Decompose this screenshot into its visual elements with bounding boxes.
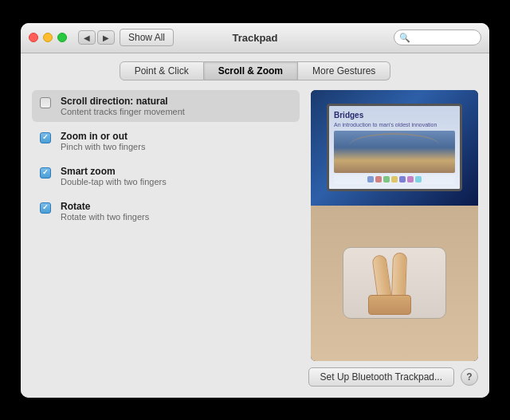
smart-zoom-desc: Double-tap with two fingers bbox=[61, 177, 167, 186]
finger-2 bbox=[391, 253, 407, 301]
dock-icon-7 bbox=[415, 176, 422, 183]
smart-zoom-checkbox[interactable] bbox=[40, 167, 51, 179]
rotate-checkbox-wrap[interactable] bbox=[40, 202, 53, 215]
rotate-title: Rotate bbox=[61, 201, 149, 212]
finger-1 bbox=[371, 254, 391, 300]
nav-arrows: ◀ ▶ bbox=[78, 30, 115, 45]
slide-subtitle: An introduction to man's oldest innovati… bbox=[334, 122, 455, 128]
search-icon: 🔍 bbox=[399, 33, 410, 43]
zoom-text: Zoom in or out Pinch with two fingers bbox=[61, 131, 145, 151]
dock-icon-1 bbox=[367, 176, 374, 183]
options-panel: Scroll direction: natural Content tracks… bbox=[32, 90, 300, 361]
help-button[interactable]: ? bbox=[461, 368, 478, 386]
titlebar: ◀ ▶ Show All Trackpad 🔍 bbox=[21, 23, 489, 53]
zoom-checkbox-wrap[interactable] bbox=[40, 132, 53, 145]
dock-simulation bbox=[334, 175, 455, 184]
tab-point-click[interactable]: Point & Click bbox=[120, 61, 204, 80]
bottom-bar: Set Up Bluetooth Trackpad... ? bbox=[32, 361, 478, 387]
window: ◀ ▶ Show All Trackpad 🔍 Point & Click Sc… bbox=[21, 23, 489, 398]
dock-icon-3 bbox=[383, 176, 390, 183]
scroll-direction-desc: Content tracks finger movement bbox=[61, 107, 185, 116]
macbook-screen: Bridges An introduction to man's oldest … bbox=[327, 104, 462, 191]
dock-icon-2 bbox=[375, 176, 382, 183]
show-all-button[interactable]: Show All bbox=[120, 29, 174, 46]
back-arrow[interactable]: ◀ bbox=[78, 30, 96, 45]
hand-gesture bbox=[367, 251, 422, 315]
option-smart-zoom: Smart zoom Double-tap with two fingers bbox=[32, 160, 300, 192]
zoom-title: Zoom in or out bbox=[61, 131, 145, 142]
preview-panel: Bridges An introduction to man's oldest … bbox=[311, 90, 478, 361]
rotate-checkbox[interactable] bbox=[40, 202, 51, 214]
dock-icon-6 bbox=[407, 176, 414, 183]
forward-arrow[interactable]: ▶ bbox=[97, 30, 115, 45]
window-title: Trackpad bbox=[232, 32, 277, 44]
smart-zoom-text: Smart zoom Double-tap with two fingers bbox=[61, 166, 167, 186]
palm bbox=[368, 295, 411, 315]
bridge-image bbox=[334, 131, 455, 173]
minimize-button[interactable] bbox=[43, 33, 53, 42]
smart-zoom-checkbox-wrap[interactable] bbox=[40, 167, 53, 180]
zoom-desc: Pinch with two fingers bbox=[61, 142, 145, 151]
search-box[interactable]: 🔍 bbox=[394, 29, 481, 45]
scroll-direction-text: Scroll direction: natural Content tracks… bbox=[61, 96, 185, 116]
scroll-direction-checkbox-wrap[interactable] bbox=[40, 97, 53, 110]
scroll-direction-title: Scroll direction: natural bbox=[61, 96, 185, 107]
scroll-direction-checkbox[interactable] bbox=[40, 97, 51, 108]
option-scroll-direction: Scroll direction: natural Content tracks… bbox=[32, 90, 300, 122]
option-rotate: Rotate Rotate with two fingers bbox=[32, 195, 300, 227]
tabs-bar: Point & Click Scroll & Zoom More Gesture… bbox=[21, 53, 489, 80]
slides-preview: Bridges An introduction to man's oldest … bbox=[329, 106, 460, 189]
preview-top: Bridges An introduction to man's oldest … bbox=[311, 90, 478, 206]
zoom-checkbox[interactable] bbox=[40, 132, 51, 143]
slide-title: Bridges bbox=[334, 111, 455, 120]
trackpad-simulation bbox=[343, 247, 446, 319]
preview-bottom bbox=[311, 206, 478, 361]
rotate-desc: Rotate with two fingers bbox=[61, 212, 149, 222]
traffic-lights bbox=[29, 33, 67, 42]
close-button[interactable] bbox=[29, 33, 38, 42]
zoom-button[interactable] bbox=[57, 33, 67, 42]
option-zoom: Zoom in or out Pinch with two fingers bbox=[32, 125, 300, 157]
content-area: Scroll direction: natural Content tracks… bbox=[21, 80, 489, 398]
dock-icon-4 bbox=[391, 176, 398, 183]
smart-zoom-title: Smart zoom bbox=[61, 166, 167, 177]
bluetooth-trackpad-button[interactable]: Set Up Bluetooth Trackpad... bbox=[308, 367, 454, 387]
tab-more-gestures[interactable]: More Gestures bbox=[298, 61, 390, 80]
rotate-text: Rotate Rotate with two fingers bbox=[61, 201, 149, 222]
main-area: Scroll direction: natural Content tracks… bbox=[32, 90, 478, 361]
bridge-arch bbox=[350, 133, 439, 157]
dock-icon-5 bbox=[399, 176, 406, 183]
tab-scroll-zoom[interactable]: Scroll & Zoom bbox=[204, 61, 298, 80]
